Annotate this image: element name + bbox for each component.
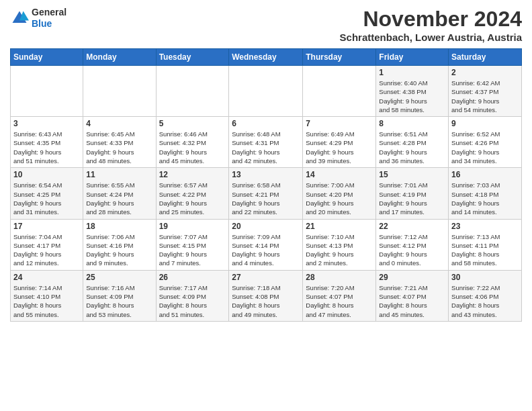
day-info: Sunrise: 6:43 AM Sunset: 4:35 PM Dayligh… [13, 130, 80, 165]
day-number: 11 [86, 170, 152, 179]
day-number: 27 [232, 273, 300, 282]
day-cell: 14Sunrise: 7:00 AM Sunset: 4:20 PM Dayli… [303, 168, 376, 219]
day-number: 10 [13, 170, 80, 179]
day-number: 15 [379, 170, 445, 179]
day-cell: 21Sunrise: 7:10 AM Sunset: 4:13 PM Dayli… [303, 219, 376, 270]
week-row-4: 17Sunrise: 7:04 AM Sunset: 4:17 PM Dayli… [11, 219, 522, 270]
day-number: 14 [306, 170, 373, 179]
day-info: Sunrise: 7:04 AM Sunset: 4:17 PM Dayligh… [13, 232, 80, 268]
day-number: 16 [451, 170, 519, 179]
day-cell: 19Sunrise: 7:07 AM Sunset: 4:15 PM Dayli… [156, 219, 229, 270]
day-cell: 3Sunrise: 6:43 AM Sunset: 4:35 PM Daylig… [11, 117, 83, 168]
weekday-header-saturday: Saturday [449, 49, 522, 66]
day-info: Sunrise: 6:58 AM Sunset: 4:21 PM Dayligh… [232, 181, 300, 216]
week-row-2: 3Sunrise: 6:43 AM Sunset: 4:35 PM Daylig… [11, 117, 522, 168]
day-number: 21 [306, 222, 373, 231]
day-cell: 25Sunrise: 7:16 AM Sunset: 4:09 PM Dayli… [83, 270, 156, 321]
weekday-header-monday: Monday [83, 49, 156, 66]
day-cell: 5Sunrise: 6:46 AM Sunset: 4:32 PM Daylig… [156, 117, 229, 168]
day-number: 20 [232, 222, 300, 231]
day-info: Sunrise: 7:10 AM Sunset: 4:13 PM Dayligh… [306, 232, 373, 268]
day-number: 13 [232, 170, 300, 179]
day-cell: 23Sunrise: 7:13 AM Sunset: 4:11 PM Dayli… [449, 219, 522, 270]
day-info: Sunrise: 7:20 AM Sunset: 4:07 PM Dayligh… [306, 283, 373, 319]
day-number: 9 [451, 119, 519, 128]
day-cell: 6Sunrise: 6:48 AM Sunset: 4:31 PM Daylig… [229, 117, 303, 168]
day-info: Sunrise: 7:06 AM Sunset: 4:16 PM Dayligh… [86, 232, 152, 268]
day-cell: 29Sunrise: 7:21 AM Sunset: 4:07 PM Dayli… [376, 270, 449, 321]
day-info: Sunrise: 6:52 AM Sunset: 4:26 PM Dayligh… [451, 130, 519, 165]
day-info: Sunrise: 7:00 AM Sunset: 4:20 PM Dayligh… [306, 181, 373, 216]
day-info: Sunrise: 6:48 AM Sunset: 4:31 PM Dayligh… [232, 130, 300, 165]
logo-general-text: General [32, 7, 66, 18]
day-cell: 22Sunrise: 7:12 AM Sunset: 4:12 PM Dayli… [376, 219, 449, 270]
day-info: Sunrise: 7:13 AM Sunset: 4:11 PM Dayligh… [451, 232, 519, 268]
day-info: Sunrise: 7:07 AM Sunset: 4:15 PM Dayligh… [159, 232, 226, 268]
page-header: General Blue November 2024 Schrattenbach… [10, 7, 522, 43]
day-number: 28 [306, 273, 373, 282]
week-row-1: 1Sunrise: 6:40 AM Sunset: 4:38 PM Daylig… [11, 66, 522, 117]
day-cell: 20Sunrise: 7:09 AM Sunset: 4:14 PM Dayli… [229, 219, 303, 270]
day-cell: 16Sunrise: 7:03 AM Sunset: 4:18 PM Dayli… [449, 168, 522, 219]
day-number: 24 [13, 273, 80, 282]
day-cell: 13Sunrise: 6:58 AM Sunset: 4:21 PM Dayli… [229, 168, 303, 219]
day-info: Sunrise: 7:03 AM Sunset: 4:18 PM Dayligh… [451, 181, 519, 216]
day-info: Sunrise: 7:17 AM Sunset: 4:09 PM Dayligh… [159, 283, 226, 319]
day-cell: 4Sunrise: 6:45 AM Sunset: 4:33 PM Daylig… [83, 117, 156, 168]
day-number: 6 [232, 119, 300, 128]
day-number: 19 [159, 222, 226, 231]
day-number: 17 [13, 222, 80, 231]
day-number: 26 [159, 273, 226, 282]
day-cell: 27Sunrise: 7:18 AM Sunset: 4:08 PM Dayli… [229, 270, 303, 321]
weekday-header-tuesday: Tuesday [156, 49, 229, 66]
weekday-header-sunday: Sunday [11, 49, 83, 66]
day-cell: 7Sunrise: 6:49 AM Sunset: 4:29 PM Daylig… [303, 117, 376, 168]
day-number: 3 [13, 119, 80, 128]
day-cell: 15Sunrise: 7:01 AM Sunset: 4:19 PM Dayli… [376, 168, 449, 219]
day-number: 23 [451, 222, 519, 231]
day-number: 22 [379, 222, 445, 231]
day-info: Sunrise: 7:18 AM Sunset: 4:08 PM Dayligh… [232, 283, 300, 319]
day-info: Sunrise: 6:55 AM Sunset: 4:24 PM Dayligh… [86, 181, 152, 216]
day-cell: 9Sunrise: 6:52 AM Sunset: 4:26 PM Daylig… [449, 117, 522, 168]
day-number: 25 [86, 273, 152, 282]
week-row-3: 10Sunrise: 6:54 AM Sunset: 4:25 PM Dayli… [11, 168, 522, 219]
day-cell: 1Sunrise: 6:40 AM Sunset: 4:38 PM Daylig… [376, 66, 449, 117]
day-number: 8 [379, 119, 445, 128]
day-info: Sunrise: 6:49 AM Sunset: 4:29 PM Dayligh… [306, 130, 373, 165]
day-info: Sunrise: 7:14 AM Sunset: 4:10 PM Dayligh… [13, 283, 80, 319]
day-number: 12 [159, 170, 226, 179]
day-info: Sunrise: 7:22 AM Sunset: 4:06 PM Dayligh… [451, 283, 519, 319]
day-cell: 30Sunrise: 7:22 AM Sunset: 4:06 PM Dayli… [449, 270, 522, 321]
day-info: Sunrise: 7:09 AM Sunset: 4:14 PM Dayligh… [232, 232, 300, 268]
day-number: 29 [379, 273, 445, 282]
day-info: Sunrise: 6:42 AM Sunset: 4:37 PM Dayligh… [451, 79, 519, 114]
day-info: Sunrise: 6:40 AM Sunset: 4:38 PM Dayligh… [379, 79, 445, 114]
day-cell: 8Sunrise: 6:51 AM Sunset: 4:28 PM Daylig… [376, 117, 449, 168]
logo-blue-text: Blue [32, 18, 66, 30]
day-cell [11, 66, 83, 117]
day-info: Sunrise: 7:12 AM Sunset: 4:12 PM Dayligh… [379, 232, 445, 268]
day-info: Sunrise: 7:16 AM Sunset: 4:09 PM Dayligh… [86, 283, 152, 319]
day-cell: 24Sunrise: 7:14 AM Sunset: 4:10 PM Dayli… [11, 270, 83, 321]
day-number: 2 [451, 68, 519, 77]
location-text: Schrattenbach, Lower Austria, Austria [340, 32, 522, 43]
day-number: 18 [86, 222, 152, 231]
day-cell: 11Sunrise: 6:55 AM Sunset: 4:24 PM Dayli… [83, 168, 156, 219]
day-info: Sunrise: 6:54 AM Sunset: 4:25 PM Dayligh… [13, 181, 80, 216]
day-number: 7 [306, 119, 373, 128]
day-cell: 10Sunrise: 6:54 AM Sunset: 4:25 PM Dayli… [11, 168, 83, 219]
day-cell: 26Sunrise: 7:17 AM Sunset: 4:09 PM Dayli… [156, 270, 229, 321]
day-cell: 18Sunrise: 7:06 AM Sunset: 4:16 PM Dayli… [83, 219, 156, 270]
day-info: Sunrise: 6:46 AM Sunset: 4:32 PM Dayligh… [159, 130, 226, 165]
weekday-header-wednesday: Wednesday [229, 49, 303, 66]
logo: General Blue [10, 7, 66, 30]
day-number: 30 [451, 273, 519, 282]
title-block: November 2024 Schrattenbach, Lower Austr… [340, 7, 522, 43]
day-info: Sunrise: 6:45 AM Sunset: 4:33 PM Dayligh… [86, 130, 152, 165]
month-title: November 2024 [340, 7, 522, 32]
day-cell: 17Sunrise: 7:04 AM Sunset: 4:17 PM Dayli… [11, 219, 83, 270]
calendar-table: SundayMondayTuesdayWednesdayThursdayFrid… [10, 48, 522, 322]
day-number: 5 [159, 119, 226, 128]
weekday-header-row: SundayMondayTuesdayWednesdayThursdayFrid… [11, 49, 522, 66]
